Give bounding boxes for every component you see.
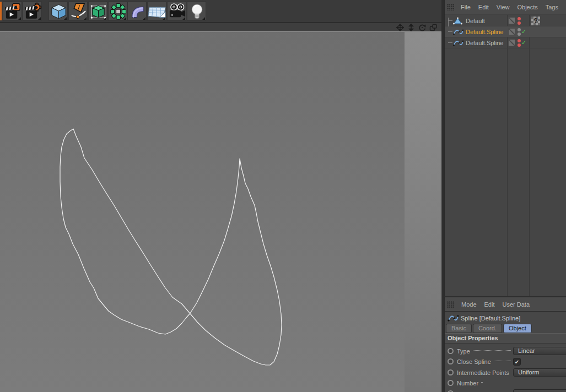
attribute-manager: Mode Edit User Data Spline [Default.Spli… [444, 297, 566, 392]
property-row-close-spline: Close Spline ✔ [445, 356, 566, 367]
menu-file[interactable]: File [461, 4, 471, 10]
tab-object[interactable]: Object [503, 324, 532, 333]
enable-toggle[interactable]: ✓ [521, 39, 526, 46]
object-row-default-spline[interactable]: Default.Spline ✓ [445, 37, 566, 48]
tree-tick [448, 20, 452, 21]
menu-edit[interactable]: Edit [478, 4, 489, 10]
spline-object-icon[interactable] [453, 39, 463, 47]
viewport-controls [396, 24, 437, 31]
object-name[interactable]: Default [466, 18, 485, 24]
dot-leader [473, 350, 511, 351]
keyframe-circle-icon[interactable] [448, 348, 454, 354]
enable-toggle[interactable]: ✓ [521, 28, 526, 35]
object-name[interactable]: Default.Spline [466, 40, 504, 46]
camera-button[interactable] [167, 1, 186, 21]
app-window: File Edit View Objects Tags Default [0, 0, 566, 392]
freehand-spline-button[interactable] [68, 1, 88, 21]
toggle-single-view-icon[interactable] [429, 24, 437, 31]
tree-tick [448, 42, 452, 43]
dot-leader [481, 382, 482, 383]
pan-icon[interactable] [396, 24, 404, 31]
tab-coord[interactable]: Coord. [473, 324, 502, 333]
property-label: Close Spline [457, 358, 491, 365]
polygon-object-icon[interactable] [453, 17, 462, 25]
spline-object-icon[interactable] [453, 28, 463, 36]
menu-edit[interactable]: Edit [484, 301, 495, 308]
editor-visibility-dot[interactable] [518, 28, 521, 31]
subdivision-surface-button[interactable] [88, 1, 107, 21]
spline-object-icon [448, 314, 459, 323]
render-view-button[interactable] [3, 1, 22, 21]
tab-basic[interactable]: Basic [446, 324, 472, 333]
menu-mode[interactable]: Mode [461, 301, 477, 308]
menu-tags[interactable]: Tags [546, 4, 558, 10]
dolly-zoom-icon[interactable] [407, 24, 415, 31]
layer-swatch[interactable] [508, 28, 515, 35]
attribute-object-title: Spline [Default.Spline] [461, 315, 520, 322]
property-row-number: Number 15 ▲▼ [445, 378, 566, 388]
menu-objects[interactable]: Objects [517, 4, 537, 10]
section-title: Object Properties [448, 335, 498, 341]
section-header: Object Properties [445, 333, 566, 344]
panel-grip-icon[interactable] [447, 301, 455, 308]
tree-tick [448, 31, 452, 32]
spline-curve[interactable] [60, 129, 282, 365]
keyframe-circle-icon[interactable] [448, 369, 454, 375]
cut-off-toolbar-button[interactable] [0, 2, 2, 20]
intermediate-points-dropdown[interactable]: Uniform [513, 368, 566, 377]
panel-grip-icon[interactable] [447, 4, 454, 10]
light-button[interactable] [187, 1, 206, 21]
keyframe-circle-icon[interactable] [448, 380, 454, 386]
property-label: Intermediate Points [457, 369, 509, 376]
object-row-default[interactable]: Default ? [445, 15, 566, 26]
render-visibility-dot[interactable] [518, 32, 521, 36]
popup-corner [143, 17, 145, 20]
layer-swatch[interactable] [508, 39, 515, 46]
column-divider [507, 15, 508, 296]
add-cube-button[interactable] [48, 1, 68, 21]
popup-corner [163, 17, 165, 20]
popup-corner [64, 17, 67, 20]
object-name[interactable]: Default.Spline [466, 29, 504, 35]
attribute-manager-menubar: Mode Edit User Data [445, 297, 566, 312]
popup-corner [104, 17, 106, 20]
close-spline-checkbox[interactable]: ✔ [513, 358, 521, 366]
popup-corner [202, 17, 205, 20]
property-label: Type [457, 348, 470, 355]
property-row-partial [445, 388, 566, 392]
floor-environment-button[interactable] [147, 1, 166, 21]
partial-control[interactable] [513, 389, 566, 392]
popup-corner [84, 17, 87, 20]
render-settings-button[interactable] [23, 1, 42, 21]
property-label: Number [457, 380, 478, 386]
popup-corner [182, 17, 185, 20]
editor-visibility-dot[interactable] [518, 17, 521, 20]
array-generator-button[interactable] [108, 1, 127, 21]
layer-swatch[interactable] [508, 17, 515, 24]
popup-corner [18, 17, 21, 20]
object-list: Default ? Default.Spline ✓ [445, 15, 566, 296]
bend-deformer-button[interactable] [127, 1, 147, 21]
render-visibility-dot[interactable] [518, 43, 521, 47]
editor-visibility-dot[interactable] [518, 39, 521, 42]
attribute-tabs: Basic Coord. Object [446, 324, 532, 333]
keyframe-circle-icon[interactable] [448, 358, 454, 364]
object-row-default-spline-selected[interactable]: Default.Spline ✓ [445, 26, 566, 37]
object-manager: File Edit View Objects Tags Default [444, 0, 566, 296]
menu-user-data[interactable]: User Data [503, 301, 530, 308]
viewport[interactable] [0, 31, 441, 392]
type-dropdown[interactable]: Linear [513, 347, 566, 355]
question-tag-icon[interactable]: ? [531, 17, 540, 25]
popup-corner [38, 17, 41, 20]
column-divider [529, 15, 530, 296]
object-manager-menubar: File Edit View Objects Tags [445, 0, 566, 14]
render-visibility-dot[interactable] [518, 21, 521, 25]
popup-corner [123, 17, 126, 20]
toolbar [0, 0, 441, 23]
dot-leader [494, 361, 511, 361]
menu-view[interactable]: View [497, 4, 510, 10]
property-row-intermediate-points: Intermediate Points Uniform [445, 367, 566, 378]
viewport-canvas [0, 32, 441, 392]
property-row-type: Type Linear [445, 346, 566, 356]
rotate-icon[interactable] [418, 24, 426, 31]
